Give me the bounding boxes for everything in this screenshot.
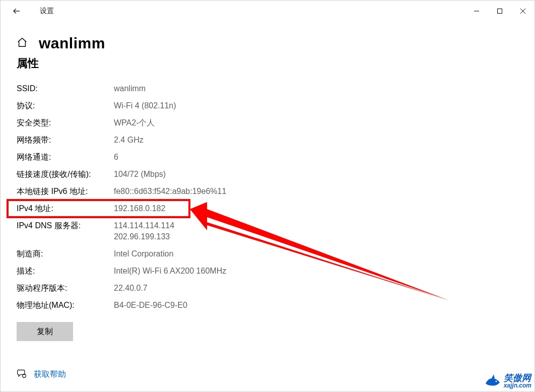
value-band: 2.4 GHz [114,135,144,146]
help-link[interactable]: 获取帮助 [34,369,66,380]
value-protocol: Wi-Fi 4 (802.11n) [114,100,176,111]
chat-icon [17,368,27,380]
value-manufacturer: Intel Corporation [114,248,173,259]
prop-description: 描述: Intel(R) Wi-Fi 6 AX200 160MHz [17,266,518,277]
label-channel: 网络通道: [17,152,114,163]
prop-link-speed: 链接速度(接收/传输): 104/72 (Mbps) [17,169,518,180]
prop-ssid: SSID: wanlimm [17,83,518,94]
label-manufacturer: 制造商: [17,248,114,259]
prop-driver-version: 驱动程序版本: 22.40.0.7 [17,283,518,294]
properties-list: SSID: wanlimm 协议: Wi-Fi 4 (802.11n) 安全类型… [17,83,518,311]
watermark-cn: 笑傲网 [504,373,531,382]
header-row: wanlimm [17,35,518,52]
label-band: 网络频带: [17,135,114,146]
prop-protocol: 协议: Wi-Fi 4 (802.11n) [17,100,518,111]
content-area: wanlimm 属性 SSID: wanlimm 协议: Wi-Fi 4 (80… [1,22,534,380]
value-ipv4-dns: 114.114.114.114 202.96.199.133 [114,220,174,242]
help-row: 获取帮助 [17,368,518,380]
value-ssid: wanlimm [114,83,146,94]
minimize-icon [474,8,480,14]
maximize-button[interactable] [488,1,511,22]
value-ipv6-local: fe80::6d63:f542:a9ab:19e6%11 [114,186,226,197]
label-ipv4: IPv4 地址: [17,203,114,214]
back-button[interactable] [10,4,24,18]
titlebar: 设置 [1,1,534,22]
value-ipv4: 192.168.0.182 [114,203,165,214]
label-ssid: SSID: [17,83,114,94]
label-description: 描述: [17,266,114,277]
value-mac: B4-0E-DE-96-C9-E0 [114,300,187,311]
window-controls [465,1,534,22]
value-security-type: WPA2-个人 [114,117,155,128]
prop-ipv6-local: 本地链接 IPv6 地址: fe80::6d63:f542:a9ab:19e6%… [17,186,518,197]
prop-mac: 物理地址(MAC): B4-0E-DE-96-C9-E0 [17,300,518,311]
prop-channel: 网络通道: 6 [17,152,518,163]
prop-ipv4: IPv4 地址: 192.168.0.182 [17,203,518,214]
label-link-speed: 链接速度(接收/传输): [17,169,114,180]
close-button[interactable] [511,1,534,22]
value-description: Intel(R) Wi-Fi 6 AX200 160MHz [114,266,226,277]
watermark: 笑傲网 xajjn.com [484,373,531,388]
window-title: 设置 [40,7,54,16]
svg-point-9 [495,381,497,382]
svg-rect-2 [498,9,502,14]
maximize-icon [497,8,503,14]
home-icon[interactable] [17,37,28,50]
label-ipv6-local: 本地链接 IPv6 地址: [17,186,114,197]
arrow-left-icon [12,7,21,16]
value-channel: 6 [114,152,118,163]
minimize-button[interactable] [465,1,488,22]
section-title: 属性 [17,56,518,71]
value-link-speed: 104/72 (Mbps) [114,169,166,180]
label-driver-version: 驱动程序版本: [17,283,114,294]
label-ipv4-dns: IPv4 DNS 服务器: [17,220,114,242]
label-security-type: 安全类型: [17,117,114,128]
label-protocol: 协议: [17,100,114,111]
value-driver-version: 22.40.0.7 [114,283,148,294]
label-mac: 物理地址(MAC): [17,300,114,311]
watermark-text: 笑傲网 xajjn.com [504,373,531,388]
close-icon [520,8,526,14]
prop-manufacturer: 制造商: Intel Corporation [17,248,518,259]
watermark-url: xajjn.com [504,382,531,388]
prop-security-type: 安全类型: WPA2-个人 [17,117,518,128]
prop-ipv4-dns: IPv4 DNS 服务器: 114.114.114.114 202.96.199… [17,220,518,242]
shark-icon [484,373,501,388]
page-title: wanlimm [39,35,105,52]
titlebar-left: 设置 [1,4,54,18]
copy-button[interactable]: 复制 [17,322,73,341]
prop-band: 网络频带: 2.4 GHz [17,135,518,146]
